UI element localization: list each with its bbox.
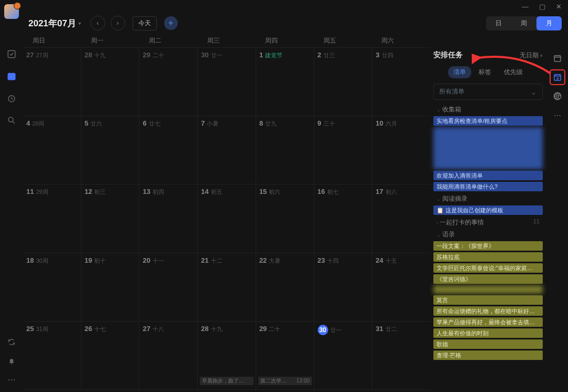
day-cell[interactable]: 5廿六: [82, 116, 140, 184]
panel-sections: 收集箱实地看房检查清单/租房要点欢迎加入滴答清单我能用滴答清单做什么?阅读摘录📋…: [433, 105, 543, 360]
view-month[interactable]: 月: [536, 16, 562, 30]
day-cell[interactable]: 24十五: [372, 253, 430, 321]
calendar-event[interactable]: 第二次早…13:00: [258, 377, 312, 385]
panel-tabs: 清单 标签 优先级: [433, 66, 543, 78]
day-cell[interactable]: 2廿三: [315, 48, 373, 116]
tasks-icon[interactable]: [7, 49, 16, 59]
view-week[interactable]: 周: [511, 16, 536, 30]
section-header[interactable]: 一起打卡的事情11: [433, 218, 543, 227]
task-item[interactable]: 一段文案：《探世界》: [433, 241, 543, 251]
task-item[interactable]: [433, 285, 543, 294]
next-month-button[interactable]: ›: [110, 16, 125, 30]
section-header[interactable]: 收集箱: [433, 105, 543, 114]
task-item[interactable]: 查理·芒格: [433, 350, 543, 360]
day-cell[interactable]: 6廿七: [139, 116, 198, 184]
subscribe-icon[interactable]: [550, 88, 565, 104]
day-cell[interactable]: 30廿一: [315, 322, 373, 389]
section-header[interactable]: 语录: [433, 230, 543, 239]
maximize-button[interactable]: ▢: [539, 3, 545, 11]
day-cell[interactable]: 22大暑: [256, 253, 315, 321]
tab-tag[interactable]: 标签: [473, 66, 496, 78]
pomo-icon[interactable]: [7, 94, 16, 103]
section-header[interactable]: 阅读摘录: [433, 194, 543, 203]
task-item[interactable]: 苹果产品做得再好，最终会被拿去填…: [433, 317, 543, 327]
day-cell[interactable]: 30廿一: [198, 48, 256, 116]
svg-point-3: [8, 117, 13, 122]
bell-icon[interactable]: [7, 357, 16, 365]
list-select[interactable]: 所有清单: [433, 84, 543, 100]
calendar-header: 2021年07月 ▾ ‹ › 今天 + 日 周 月: [28, 13, 562, 34]
more-options-icon[interactable]: ⋯: [554, 111, 561, 120]
task-item[interactable]: 歌德: [433, 339, 543, 349]
day-cell[interactable]: 19初十: [82, 253, 140, 321]
view-day[interactable]: 日: [486, 16, 511, 30]
chevron-down-icon: ▾: [78, 20, 81, 26]
arrange-tasks-icon[interactable]: [550, 69, 565, 85]
search-icon[interactable]: [7, 116, 16, 125]
day-cell[interactable]: 14初五: [198, 184, 256, 252]
day-cell[interactable]: 27十八: [139, 322, 198, 389]
day-cell[interactable]: 2727周: [23, 48, 82, 116]
task-item[interactable]: 📋这是我自己创建的模板: [433, 205, 543, 215]
day-cell[interactable]: 15初六: [256, 184, 315, 252]
task-item[interactable]: 我能用滴答清单做什么?: [433, 182, 543, 191]
tab-list[interactable]: 清单: [448, 66, 471, 78]
day-cell[interactable]: 1129周: [23, 184, 82, 252]
task-item[interactable]: 欢迎加入滴答清单: [433, 171, 543, 180]
task-item[interactable]: 莫言: [433, 295, 543, 305]
task-item[interactable]: 所有命运馈赠的礼物，都在暗中标好…: [433, 306, 543, 316]
task-item[interactable]: [433, 127, 543, 169]
day-cell[interactable]: 428周: [23, 116, 82, 184]
day-cell[interactable]: 21十二: [198, 253, 256, 321]
day-cell[interactable]: 17初八: [372, 184, 430, 252]
day-cell[interactable]: 1830周: [23, 253, 82, 321]
calendar-event[interactable]: 早晨跑步，跑了…: [200, 377, 253, 385]
calendar: 周日周一周二周三周四周五周六 2727周28十九29二十30廿一1建党节2廿三3…: [23, 34, 430, 390]
day-cell[interactable]: 3廿四: [372, 48, 430, 116]
day-cell[interactable]: 28十九早晨跑步，跑了…: [198, 322, 256, 389]
task-item[interactable]: 苏格拉底: [433, 252, 543, 262]
minimize-button[interactable]: —: [522, 3, 529, 11]
dow-label: 周二: [139, 34, 198, 47]
task-item[interactable]: 实地看房检查清单/租房要点: [433, 116, 543, 126]
window-controls: — ▢ ✕: [522, 0, 568, 13]
avatar[interactable]: [4, 4, 19, 19]
close-button[interactable]: ✕: [556, 3, 562, 11]
day-cell[interactable]: 23十四: [315, 253, 373, 321]
month-title[interactable]: 2021年07月: [28, 17, 76, 29]
day-cell[interactable]: 12初三: [82, 184, 140, 252]
panel-title: 安排任务: [433, 50, 463, 60]
calendar-grid: 2727周28十九29二十30廿一1建党节2廿三3廿四428周5廿六6廿七7小暑…: [23, 47, 430, 390]
svg-point-6: [556, 95, 559, 98]
task-item[interactable]: 人生最有价值的时刻: [433, 328, 543, 338]
day-cell[interactable]: 28十九: [82, 48, 140, 116]
more-icon[interactable]: ⋯: [7, 375, 16, 385]
day-cell[interactable]: 29二十: [139, 48, 198, 116]
day-cell[interactable]: 31廿二: [372, 322, 430, 389]
task-item[interactable]: 文学巨匠托尔斯泰曾说:"幸福的家庭…: [433, 263, 543, 273]
sync-icon[interactable]: [7, 338, 16, 346]
day-cell[interactable]: 1建党节: [256, 48, 315, 116]
calendar-icon[interactable]: [7, 71, 16, 81]
day-cell[interactable]: 2531周: [23, 322, 82, 389]
day-cell[interactable]: 9三十: [315, 116, 373, 184]
day-cell[interactable]: 7小暑: [198, 116, 256, 184]
day-cell[interactable]: 13初四: [139, 184, 198, 252]
day-cell[interactable]: 20十一: [139, 253, 198, 321]
task-item[interactable]: 《堂吉诃德》: [433, 274, 543, 284]
day-cell[interactable]: 26十七: [82, 322, 140, 389]
dow-label: 周五: [314, 34, 372, 47]
dow-label: 周六: [372, 34, 430, 47]
day-cell[interactable]: 8廿九: [256, 116, 315, 184]
arrange-panel: 安排任务 无日期 清单 标签 优先级 所有清单 收集箱实地看房检查清单/租房要点…: [431, 49, 545, 390]
show-calendar-icon[interactable]: [550, 50, 565, 66]
day-cell[interactable]: 16初七: [315, 184, 373, 252]
day-cell[interactable]: 29二十第二次早…13:00: [256, 322, 315, 389]
today-button[interactable]: 今天: [133, 16, 157, 30]
no-date-button[interactable]: 无日期: [520, 51, 543, 60]
tab-priority[interactable]: 优先级: [499, 66, 528, 78]
day-cell[interactable]: 10六月: [372, 116, 430, 184]
day-of-week-row: 周日周一周二周三周四周五周六: [23, 34, 430, 47]
prev-month-button[interactable]: ‹: [90, 16, 105, 30]
add-button[interactable]: +: [164, 16, 178, 30]
